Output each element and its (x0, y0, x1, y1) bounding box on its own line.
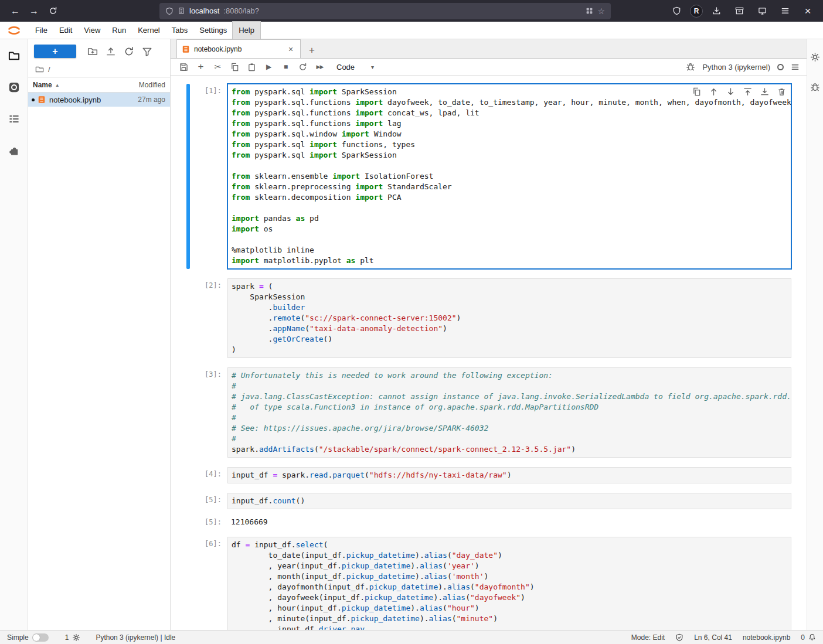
save-icon[interactable] (175, 60, 192, 74)
extensions-tab-icon[interactable] (7, 144, 21, 158)
menu-settings[interactable]: Settings (193, 22, 233, 39)
cell-editor[interactable]: df = input_df.select( to_date(input_df.p… (227, 537, 791, 630)
simple-mode-label: Simple (7, 633, 29, 642)
run-cell-icon[interactable]: ▶ (260, 60, 277, 74)
notebook-cell[interactable]: [6]:df = input_df.select( to_date(input_… (186, 537, 791, 630)
menu-help[interactable]: Help (233, 22, 260, 39)
cell-editor[interactable]: spark = ( SparkSession .builder .remote(… (227, 278, 791, 358)
kernel-name[interactable]: Python 3 (ipykernel) (702, 63, 770, 71)
copy-cell-icon[interactable] (226, 60, 243, 74)
code-line: from sklearn.ensemble import IsolationFo… (232, 171, 787, 182)
file-list-header: Name ▲ Modified (28, 78, 170, 93)
cell-output-prompt: [5]: (190, 515, 227, 529)
new-launcher-button[interactable]: + (34, 45, 76, 58)
screen-device-icon[interactable] (753, 3, 771, 19)
delete-cell-button[interactable] (777, 87, 786, 96)
menu-view[interactable]: View (78, 22, 106, 39)
move-cell-up-button[interactable] (709, 87, 718, 96)
notebook-cell[interactable]: [5]:input_df.count() (186, 493, 791, 509)
cell-editor[interactable]: input_df = spark.read.parquet("hdfs://hd… (227, 467, 791, 483)
menu-edit[interactable]: Edit (53, 22, 78, 39)
filter-icon[interactable] (142, 46, 152, 57)
column-name[interactable]: Name (33, 81, 52, 89)
code-line: # (232, 434, 787, 444)
breadcrumb[interactable]: / (28, 62, 170, 78)
back-icon[interactable]: ← (6, 3, 25, 19)
refresh-icon[interactable] (124, 46, 134, 57)
property-inspector-tab-icon[interactable] (810, 52, 820, 62)
menu-icon[interactable] (776, 3, 794, 19)
containers-grid-icon[interactable] (586, 7, 593, 15)
insert-cell-above-button[interactable] (743, 87, 752, 96)
tracking-shield-icon[interactable] (165, 7, 174, 15)
tab-notebook[interactable]: notebook.ipynb × (176, 39, 301, 58)
browser-toolbar: ← → localhost:8080/lab? ☆ R (0, 0, 823, 22)
code-line (232, 203, 787, 213)
command-mode-indicator[interactable]: Mode: Edit (631, 633, 665, 642)
reload-icon[interactable] (43, 3, 62, 19)
kernel-status-icon[interactable] (777, 64, 784, 70)
upload-icon[interactable] (106, 46, 116, 57)
url-bar[interactable]: localhost:8080/lab? ☆ (159, 3, 611, 19)
running-indicator-dot (32, 98, 35, 101)
duplicate-cell-button[interactable] (692, 87, 701, 96)
menu-tabs[interactable]: Tabs (166, 22, 193, 39)
notebook-cell[interactable]: [3]:# Unfortunately this is needed to wo… (186, 367, 791, 458)
cell-input-prompt: [4]: (190, 467, 227, 483)
cut-cell-icon[interactable]: ✂ (209, 60, 226, 74)
cell-editor[interactable]: # Unfortunately this is needed to work a… (227, 367, 791, 458)
code-line: , dayofmonth(input_df.pickup_datetime).a… (232, 582, 787, 592)
stop-kernel-icon[interactable]: ■ (277, 60, 294, 74)
code-line: from pyspark.sql.functions import concat… (232, 108, 787, 118)
notebook-panel[interactable]: [1]:from pyspark.sql import SparkSession… (171, 76, 807, 630)
notebook-cell[interactable]: [2]:spark = ( SparkSession .builder .rem… (186, 278, 791, 358)
file-browser-tab-icon[interactable] (7, 49, 21, 63)
move-cell-down-button[interactable] (726, 87, 735, 96)
bell-icon[interactable] (808, 633, 816, 641)
restart-run-all-icon[interactable]: ▶▶ (311, 60, 328, 74)
notebook-cell[interactable]: [4]:input_df = spark.read.parquet("hdfs:… (186, 467, 791, 483)
menu-file[interactable]: File (29, 22, 53, 39)
menu-kernel[interactable]: Kernel (132, 22, 166, 39)
code-line: , dayofweek(input_df.pickup_datetime).al… (232, 592, 787, 603)
column-modified[interactable]: Modified (139, 81, 165, 89)
breadcrumb-root[interactable]: / (48, 65, 50, 74)
site-info-icon[interactable] (178, 7, 185, 15)
bookmark-star-icon[interactable]: ☆ (597, 6, 605, 16)
running-kernels-tab-icon[interactable] (7, 80, 21, 94)
archive-box-icon[interactable] (730, 3, 749, 19)
notebook-menu-icon[interactable] (791, 63, 800, 71)
downloads-icon[interactable] (707, 3, 726, 19)
forward-icon[interactable]: → (25, 3, 43, 19)
new-folder-icon[interactable] (87, 46, 98, 57)
kernel-status-text[interactable]: Python 3 (ipykernel) | Idle (96, 633, 175, 642)
status-bar: Simple 1 Python 3 (ipykernel) | Idle Mod… (0, 630, 823, 644)
code-line: , month(input_df.pickup_datetime).alias(… (232, 571, 787, 582)
jupyter-menubar: FileEditViewRunKernelTabsSettingsHelp (0, 22, 823, 39)
cell-editor[interactable]: input_df.count() (227, 493, 791, 509)
menu-run[interactable]: Run (106, 22, 132, 39)
left-activity-bar (0, 39, 28, 630)
tab-close-icon[interactable]: × (286, 45, 295, 54)
file-item[interactable]: notebook.ipynb27m ago (28, 93, 170, 107)
kernel-sessions-icon[interactable] (72, 633, 80, 642)
url-host: localhost (189, 6, 219, 15)
debugger-bug-icon[interactable] (686, 62, 695, 71)
insert-cell-below-button[interactable] (760, 87, 769, 96)
account-avatar[interactable]: R (690, 5, 703, 18)
paste-cell-icon[interactable] (243, 60, 260, 74)
restart-kernel-icon[interactable] (294, 60, 311, 74)
notebook-cell[interactable]: [1]:from pyspark.sql import SparkSession… (186, 84, 791, 269)
new-tab-button[interactable]: + (303, 43, 321, 58)
tab-label: notebook.ipynb (194, 45, 282, 53)
cell-editor[interactable]: from pyspark.sql import SparkSessionfrom… (227, 84, 791, 269)
code-line: , minute(input_df.pickup_datetime).alias… (232, 614, 787, 624)
debugger-tab-icon[interactable] (810, 82, 820, 92)
add-cell-icon[interactable]: + (192, 60, 209, 74)
privacy-shield-icon[interactable] (667, 3, 686, 19)
table-of-contents-tab-icon[interactable] (7, 112, 21, 126)
cursor-position[interactable]: Ln 6, Col 41 (694, 633, 732, 642)
simple-mode-toggle[interactable] (32, 633, 49, 642)
cell-type-dropdown[interactable]: Code ▾ (336, 63, 374, 71)
close-icon[interactable]: × (798, 3, 817, 19)
